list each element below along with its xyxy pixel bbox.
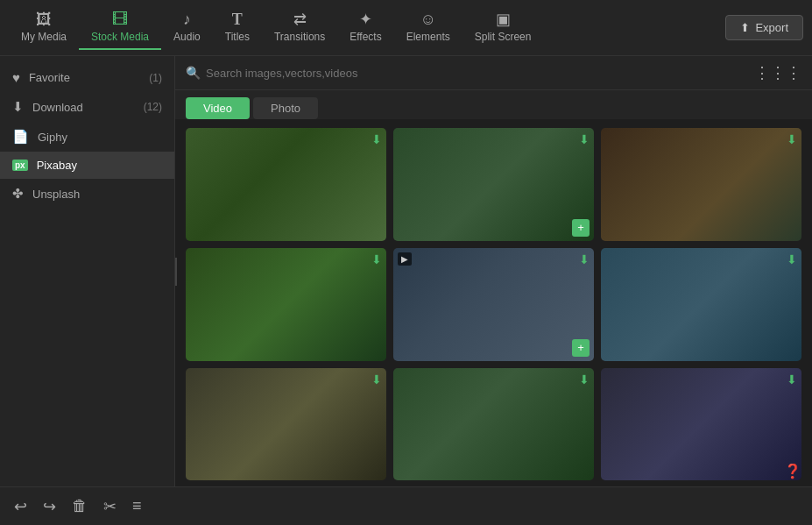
media-thumb-1[interactable]: ⬇: [186, 128, 386, 241]
tab-photo[interactable]: Photo: [253, 97, 318, 119]
nav-elements[interactable]: ☺ Elements: [394, 6, 462, 50]
sidebar-item-pixabay[interactable]: px Pixabay: [0, 152, 174, 179]
media-grid: ⬇⬇+⬇⬇⬇+▶⬇⬇⬇⬇⬇⬇⬇: [186, 128, 801, 486]
sidebar-favorite-badge: (1): [149, 72, 162, 84]
nav-transitions-label: Transitions: [274, 31, 325, 43]
media-thumb-9[interactable]: ⬇: [601, 368, 801, 481]
download-icon: ⬇: [12, 99, 24, 115]
media-thumb-5[interactable]: ⬇+▶: [393, 248, 594, 361]
my-media-icon: 🖼: [36, 11, 52, 27]
elements-icon: ☺: [420, 11, 436, 27]
delete-icon[interactable]: 🗑: [72, 497, 88, 515]
download-badge-5[interactable]: ⬇: [579, 252, 590, 266]
export-button[interactable]: ⬆ Export: [725, 15, 803, 40]
titles-icon: T: [232, 11, 243, 27]
effects-icon: ✦: [359, 11, 372, 27]
transitions-icon: ⇄: [293, 11, 307, 27]
media-thumb-2[interactable]: ⬇+: [393, 128, 594, 241]
sidebar-item-unsplash[interactable]: ✤ Unsplash: [0, 179, 174, 209]
media-thumb-8[interactable]: ⬇: [393, 368, 594, 481]
nav-stock-media-label: Stock Media: [91, 31, 149, 43]
stock-media-icon: 🎞: [112, 11, 128, 27]
media-thumb-4[interactable]: ⬇: [186, 248, 386, 361]
nav-titles[interactable]: T Titles: [213, 6, 262, 50]
export-icon: ⬆: [740, 21, 750, 34]
search-icon: 🔍: [186, 66, 201, 80]
download-badge-8[interactable]: ⬇: [579, 372, 590, 387]
audio-icon: ♪: [183, 11, 191, 27]
nav-effects-label: Effects: [350, 31, 381, 43]
search-input[interactable]: [206, 67, 749, 80]
download-badge-1[interactable]: ⬇: [371, 132, 382, 146]
nav-my-media[interactable]: 🖼 My Media: [9, 6, 79, 50]
add-badge-5[interactable]: +: [572, 339, 590, 357]
sidebar-collapse-arrow[interactable]: ◀: [175, 258, 177, 286]
cut-icon[interactable]: ✂: [103, 497, 117, 516]
nav-stock-media[interactable]: 🎞 Stock Media: [79, 6, 161, 50]
download-badge-7[interactable]: ⬇: [371, 372, 382, 387]
unsplash-icon: ✤: [12, 186, 24, 202]
add-badge-2[interactable]: +: [572, 219, 590, 237]
download-badge-2[interactable]: ⬇: [579, 132, 590, 146]
sidebar-unsplash-label: Unsplash: [32, 188, 80, 201]
nav-audio[interactable]: ♪ Audio: [161, 6, 213, 50]
download-badge-4[interactable]: ⬇: [371, 252, 382, 266]
nav-transitions[interactable]: ⇄ Transitions: [262, 6, 337, 50]
giphy-icon: 📄: [12, 129, 29, 145]
grid-view-icon[interactable]: ⋮⋮⋮: [754, 63, 801, 82]
menu-icon[interactable]: ≡: [132, 497, 142, 515]
nav-titles-label: Titles: [225, 31, 250, 43]
sidebar-giphy-label: Giphy: [38, 131, 67, 144]
nav-split-screen-label: Split Screen: [475, 31, 532, 43]
sidebar-download-label: Download: [32, 101, 83, 114]
nav-my-media-label: My Media: [21, 31, 67, 43]
content-area: ◀ 🔍 ⋮⋮⋮ Video Photo ⬇⬇+⬇⬇⬇+▶⬇⬇⬇⬇⬇⬇⬇ ❓: [175, 56, 812, 486]
bottom-toolbar: ↩ ↪ 🗑 ✂ ≡: [0, 486, 812, 525]
tab-row: Video Photo: [175, 90, 812, 119]
sidebar-item-favorite[interactable]: ♥ Favorite (1): [0, 63, 174, 92]
redo-icon[interactable]: ↪: [43, 497, 56, 516]
download-badge-6[interactable]: ⬇: [787, 252, 797, 266]
media-grid-wrapper[interactable]: ⬇⬇+⬇⬇⬇+▶⬇⬇⬇⬇⬇⬇⬇: [175, 119, 812, 486]
media-thumb-3[interactable]: ⬇: [601, 128, 801, 241]
help-icon[interactable]: ❓: [784, 463, 801, 479]
nav-elements-label: Elements: [406, 31, 450, 43]
main-layout: ♥ Favorite (1) ⬇ Download (12) 📄 Giphy p…: [0, 56, 812, 486]
split-screen-icon: ▣: [496, 11, 511, 27]
download-badge-9[interactable]: ⬇: [787, 372, 797, 387]
tab-video[interactable]: Video: [186, 97, 250, 119]
sidebar-pixabay-label: Pixabay: [37, 159, 77, 172]
export-label: Export: [755, 21, 788, 34]
download-badge-3[interactable]: ⬇: [787, 132, 797, 146]
top-nav: 🖼 My Media 🎞 Stock Media ♪ Audio T Title…: [0, 0, 812, 56]
nav-split-screen[interactable]: ▣ Split Screen: [462, 6, 544, 50]
media-thumb-7[interactable]: ⬇: [186, 368, 386, 481]
sidebar-download-badge: (12): [144, 101, 162, 113]
pixabay-icon: px: [12, 160, 28, 171]
search-bar: 🔍 ⋮⋮⋮: [175, 56, 812, 90]
media-thumb-6[interactable]: ⬇: [601, 248, 801, 361]
sidebar-item-giphy[interactable]: 📄 Giphy: [0, 122, 174, 152]
undo-icon[interactable]: ↩: [14, 497, 27, 516]
sidebar: ♥ Favorite (1) ⬇ Download (12) 📄 Giphy p…: [0, 56, 175, 486]
nav-effects[interactable]: ✦ Effects: [337, 6, 393, 50]
sidebar-item-download[interactable]: ⬇ Download (12): [0, 92, 174, 122]
favorite-icon: ♥: [12, 70, 20, 85]
video-type-badge-5: ▶: [398, 252, 412, 266]
nav-audio-label: Audio: [173, 31, 201, 43]
sidebar-favorite-label: Favorite: [29, 71, 70, 84]
